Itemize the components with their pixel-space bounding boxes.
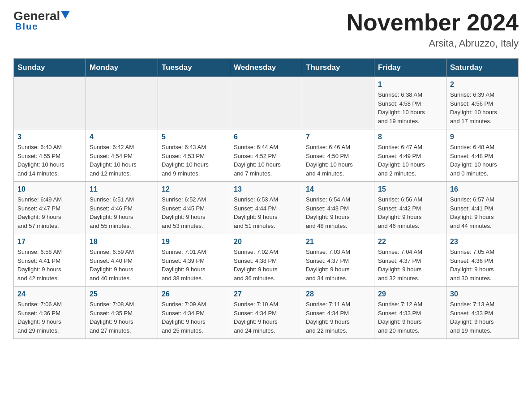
day-number: 22 [378,238,442,246]
title-area: November 2024 Arsita, Abruzzo, Italy [347,9,519,49]
calendar-cell: 12Sunrise: 6:52 AMSunset: 4:45 PMDayligh… [158,182,230,234]
day-number: 9 [450,133,515,141]
calendar-cell: 3Sunrise: 6:40 AMSunset: 4:55 PMDaylight… [14,129,86,182]
weekday-header-saturday: Saturday [446,59,519,77]
day-info: Sunrise: 6:38 AMSunset: 4:58 PMDaylight:… [378,90,442,125]
day-number: 20 [234,238,298,246]
calendar-cell [230,77,302,129]
day-number: 5 [162,133,226,141]
day-info: Sunrise: 6:44 AMSunset: 4:52 PMDaylight:… [234,143,298,178]
day-number: 29 [378,290,442,298]
day-info: Sunrise: 7:06 AMSunset: 4:36 PMDaylight:… [17,300,82,335]
month-title: November 2024 [347,9,519,36]
calendar-cell: 26Sunrise: 7:09 AMSunset: 4:34 PMDayligh… [158,287,230,339]
day-number: 4 [90,133,154,141]
logo: General Blue [13,9,70,32]
weekday-header-wednesday: Wednesday [230,59,302,77]
calendar-cell: 6Sunrise: 6:44 AMSunset: 4:52 PMDaylight… [230,129,302,182]
day-info: Sunrise: 7:11 AMSunset: 4:34 PMDaylight:… [306,300,370,335]
week-row-4: 17Sunrise: 6:58 AMSunset: 4:41 PMDayligh… [14,234,519,287]
day-number: 28 [306,290,370,298]
calendar-cell [158,77,230,129]
week-row-3: 10Sunrise: 6:49 AMSunset: 4:47 PMDayligh… [14,182,519,234]
day-info: Sunrise: 6:42 AMSunset: 4:54 PMDaylight:… [90,143,154,178]
day-number: 1 [378,81,442,89]
page-header: General Blue November 2024 Arsita, Abruz… [13,9,519,49]
calendar-cell: 8Sunrise: 6:47 AMSunset: 4:49 PMDaylight… [374,129,446,182]
day-number: 27 [234,290,298,298]
calendar-cell: 10Sunrise: 6:49 AMSunset: 4:47 PMDayligh… [14,182,86,234]
calendar-cell: 19Sunrise: 7:01 AMSunset: 4:39 PMDayligh… [158,234,230,287]
day-info: Sunrise: 6:46 AMSunset: 4:50 PMDaylight:… [306,143,370,178]
day-info: Sunrise: 7:01 AMSunset: 4:39 PMDaylight:… [162,248,226,283]
location-title: Arsita, Abruzzo, Italy [347,38,519,49]
day-number: 6 [234,133,298,141]
day-number: 2 [450,81,515,89]
day-number: 16 [450,185,515,193]
day-info: Sunrise: 6:59 AMSunset: 4:40 PMDaylight:… [90,248,154,283]
day-info: Sunrise: 6:58 AMSunset: 4:41 PMDaylight:… [17,248,82,283]
day-info: Sunrise: 7:09 AMSunset: 4:34 PMDaylight:… [162,300,226,335]
day-number: 13 [234,185,298,193]
calendar-cell: 13Sunrise: 6:53 AMSunset: 4:44 PMDayligh… [230,182,302,234]
day-info: Sunrise: 6:57 AMSunset: 4:41 PMDaylight:… [450,195,515,230]
calendar-cell: 1Sunrise: 6:38 AMSunset: 4:58 PMDaylight… [374,77,446,129]
calendar-cell: 27Sunrise: 7:10 AMSunset: 4:34 PMDayligh… [230,287,302,339]
calendar-cell: 11Sunrise: 6:51 AMSunset: 4:46 PMDayligh… [86,182,158,234]
weekday-header-friday: Friday [374,59,446,77]
calendar-cell: 30Sunrise: 7:13 AMSunset: 4:33 PMDayligh… [446,287,519,339]
calendar-cell: 22Sunrise: 7:04 AMSunset: 4:37 PMDayligh… [374,234,446,287]
day-number: 23 [450,238,515,246]
day-info: Sunrise: 7:10 AMSunset: 4:34 PMDaylight:… [234,300,298,335]
day-number: 12 [162,185,226,193]
day-number: 21 [306,238,370,246]
calendar-table: SundayMondayTuesdayWednesdayThursdayFrid… [13,58,519,339]
calendar-cell: 2Sunrise: 6:39 AMSunset: 4:56 PMDaylight… [446,77,519,129]
calendar-cell [86,77,158,129]
day-info: Sunrise: 6:54 AMSunset: 4:43 PMDaylight:… [306,195,370,230]
weekday-header-thursday: Thursday [302,59,374,77]
day-info: Sunrise: 6:49 AMSunset: 4:47 PMDaylight:… [17,195,82,230]
calendar-cell [14,77,86,129]
day-info: Sunrise: 6:48 AMSunset: 4:48 PMDaylight:… [450,143,515,178]
calendar-cell: 17Sunrise: 6:58 AMSunset: 4:41 PMDayligh… [14,234,86,287]
week-row-1: 1Sunrise: 6:38 AMSunset: 4:58 PMDaylight… [14,77,519,129]
day-info: Sunrise: 7:12 AMSunset: 4:33 PMDaylight:… [378,300,442,335]
day-info: Sunrise: 7:05 AMSunset: 4:36 PMDaylight:… [450,248,515,283]
calendar-cell: 18Sunrise: 6:59 AMSunset: 4:40 PMDayligh… [86,234,158,287]
calendar-cell: 29Sunrise: 7:12 AMSunset: 4:33 PMDayligh… [374,287,446,339]
day-info: Sunrise: 6:40 AMSunset: 4:55 PMDaylight:… [17,143,82,178]
day-number: 17 [17,238,82,246]
week-row-5: 24Sunrise: 7:06 AMSunset: 4:36 PMDayligh… [14,287,519,339]
calendar-cell: 20Sunrise: 7:02 AMSunset: 4:38 PMDayligh… [230,234,302,287]
day-info: Sunrise: 7:02 AMSunset: 4:38 PMDaylight:… [234,248,298,283]
day-number: 26 [162,290,226,298]
calendar-cell: 21Sunrise: 7:03 AMSunset: 4:37 PMDayligh… [302,234,374,287]
day-info: Sunrise: 6:51 AMSunset: 4:46 PMDaylight:… [90,195,154,230]
weekday-header-tuesday: Tuesday [158,59,230,77]
calendar-cell [302,77,374,129]
day-number: 24 [17,290,82,298]
weekday-header-row: SundayMondayTuesdayWednesdayThursdayFrid… [14,59,519,77]
calendar-cell: 5Sunrise: 6:43 AMSunset: 4:53 PMDaylight… [158,129,230,182]
calendar-cell: 7Sunrise: 6:46 AMSunset: 4:50 PMDaylight… [302,129,374,182]
day-number: 15 [378,185,442,193]
day-info: Sunrise: 6:53 AMSunset: 4:44 PMDaylight:… [234,195,298,230]
weekday-header-monday: Monday [86,59,158,77]
day-number: 18 [90,238,154,246]
calendar-cell: 23Sunrise: 7:05 AMSunset: 4:36 PMDayligh… [446,234,519,287]
calendar-cell: 14Sunrise: 6:54 AMSunset: 4:43 PMDayligh… [302,182,374,234]
day-info: Sunrise: 6:47 AMSunset: 4:49 PMDaylight:… [378,143,442,178]
day-number: 3 [17,133,82,141]
calendar-cell: 16Sunrise: 6:57 AMSunset: 4:41 PMDayligh… [446,182,519,234]
day-number: 7 [306,133,370,141]
day-info: Sunrise: 6:43 AMSunset: 4:53 PMDaylight:… [162,143,226,178]
calendar-cell: 25Sunrise: 7:08 AMSunset: 4:35 PMDayligh… [86,287,158,339]
day-info: Sunrise: 7:04 AMSunset: 4:37 PMDaylight:… [378,248,442,283]
logo-triangle-icon [61,11,70,19]
day-info: Sunrise: 6:39 AMSunset: 4:56 PMDaylight:… [450,90,515,125]
logo-blue-text: Blue [15,21,38,32]
day-number: 14 [306,185,370,193]
day-number: 25 [90,290,154,298]
week-row-2: 3Sunrise: 6:40 AMSunset: 4:55 PMDaylight… [14,129,519,182]
